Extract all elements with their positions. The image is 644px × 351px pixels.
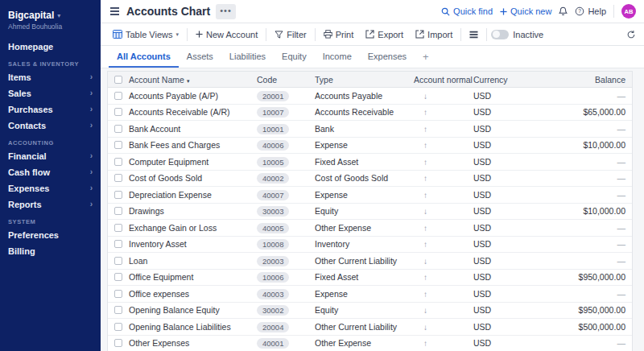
table-views-button[interactable]: Table Views ▾ [109, 27, 183, 42]
sidebar-toggle-hamburger-icon[interactable] [109, 6, 121, 17]
tab-equity[interactable]: Equity [274, 46, 315, 68]
currency-cell: USD [473, 223, 532, 233]
account-code-cell: 30003 [257, 206, 315, 216]
debit-arrow-icon: ↑ [423, 108, 427, 117]
sidebar-item-expenses[interactable]: Expenses› [0, 180, 101, 196]
table-row[interactable]: Accounts Payable (A/P)20001Accounts Paya… [108, 88, 632, 105]
table-row[interactable]: Bank Account10001Bank↑USD— [108, 121, 632, 138]
account-code-badge: 10008 [257, 239, 289, 250]
sidebar-item-cash-flow[interactable]: Cash flow› [0, 164, 101, 180]
balance-cell: — [532, 239, 632, 249]
print-button[interactable]: Print [320, 27, 358, 42]
export-button[interactable]: Export [361, 27, 407, 42]
table-row[interactable]: Opening Balance Liabilities20004Other Cu… [108, 319, 632, 336]
help-button[interactable]: ? Help [575, 6, 606, 16]
account-code-cell: 40001 [257, 338, 315, 348]
table-row[interactable]: Office expenses40003Expense↑USD— [108, 286, 632, 303]
tab-income[interactable]: Income [315, 46, 360, 68]
row-checkbox[interactable] [114, 323, 122, 331]
select-all-checkbox[interactable] [114, 76, 122, 84]
account-name-cell: Depreciation Expense [129, 190, 257, 200]
table-row[interactable]: Bank Fees and Charges40006Expense↑USD$10… [108, 138, 632, 155]
sidebar-item-financial[interactable]: Financial› [0, 148, 101, 164]
sidebar-item-preferences[interactable]: Preferences [0, 227, 101, 243]
column-header-code[interactable]: Code [257, 75, 315, 85]
tab-expenses[interactable]: Expenses [360, 46, 415, 68]
import-button[interactable]: Import [411, 27, 456, 42]
table-row[interactable]: Loan20003Other Current Liability↓USD— [108, 253, 632, 270]
notifications-button[interactable] [559, 6, 568, 16]
row-checkbox[interactable] [114, 290, 122, 298]
sidebar-item-label: Sales [8, 89, 31, 98]
inactive-toggle[interactable] [491, 30, 509, 39]
account-type-cell: Expense [315, 289, 414, 299]
header-actions: Quick find Quick new ? [441, 4, 636, 19]
account-type-cell: Other Expense [315, 338, 414, 348]
balance-cell: — [532, 223, 632, 233]
column-header-currency[interactable]: Currency [473, 75, 532, 85]
row-checkbox[interactable] [114, 273, 122, 281]
column-header-balance[interactable]: Balance [532, 75, 632, 85]
sidebar-item-contacts[interactable]: Contacts› [0, 118, 101, 134]
plus-icon [196, 31, 203, 38]
row-checkbox-cell [108, 207, 129, 215]
app-window: Bigcapital ▾ Ahmed Bouhuolia HomepageSAL… [0, 0, 644, 351]
new-account-button[interactable]: New Account [192, 27, 262, 42]
account-code-cell: 20001 [257, 91, 315, 101]
account-code-cell: 40003 [257, 289, 315, 299]
row-checkbox[interactable] [114, 92, 122, 100]
filter-button[interactable]: Filter [270, 27, 310, 42]
row-density-button[interactable] [465, 28, 482, 41]
column-header-account-normal[interactable]: Account normal [414, 75, 473, 85]
table-row[interactable]: Exchange Gain or Loss40005Other Expense↑… [108, 220, 632, 237]
table-row[interactable]: Depreciation Expense40007Expense↑USD— [108, 187, 632, 204]
sidebar-item-purchases[interactable]: Purchases› [0, 101, 101, 118]
sidebar-item-reports[interactable]: Reports› [0, 196, 101, 213]
table-row[interactable]: Computer Equipment10005Fixed Asset↑USD— [108, 154, 632, 171]
page-title: Accounts Chart [126, 5, 210, 18]
row-checkbox-cell [108, 92, 129, 100]
column-header-type[interactable]: Type [315, 75, 414, 85]
plus-icon [500, 8, 507, 15]
account-code-cell: 20004 [257, 322, 315, 332]
quick-new-button[interactable]: Quick new [500, 6, 551, 16]
top-header: Accounts Chart ••• Quick find Quick new [101, 0, 644, 23]
sidebar-item-billing[interactable]: Billing [0, 243, 101, 259]
table-row[interactable]: Inventory Asset10008Inventory↑USD— [108, 237, 632, 254]
row-checkbox[interactable] [114, 257, 122, 265]
row-checkbox[interactable] [114, 306, 122, 314]
tab-liabilities[interactable]: Liabilities [221, 46, 274, 68]
table-row[interactable]: Cost of Goods Sold40002Cost of Goods Sol… [108, 171, 632, 188]
row-checkbox[interactable] [114, 191, 122, 199]
table-header-row: Account Name▾ Code Type Account normal C… [108, 72, 632, 88]
tab-all-accounts[interactable]: All Accounts [109, 46, 179, 68]
table-row[interactable]: Office Equipment10006Fixed Asset↑USD$950… [108, 270, 632, 287]
user-avatar[interactable]: AB [621, 4, 636, 19]
row-checkbox[interactable] [114, 207, 122, 215]
chevron-right-icon: › [90, 152, 93, 160]
tab-assets[interactable]: Assets [179, 46, 221, 68]
table-row[interactable]: Opening Balance Equity30002Equity↓USD$95… [108, 303, 632, 320]
add-tab-button[interactable]: + [416, 46, 436, 68]
row-checkbox[interactable] [114, 224, 122, 232]
row-checkbox[interactable] [114, 174, 122, 182]
row-checkbox[interactable] [114, 240, 122, 248]
brand-menu[interactable]: Bigcapital ▾ [0, 8, 101, 22]
row-checkbox[interactable] [114, 158, 122, 166]
account-code-cell: 40005 [257, 223, 315, 233]
more-options-button[interactable]: ••• [216, 4, 236, 19]
sidebar-item-homepage[interactable]: Homepage [0, 39, 101, 55]
sidebar-item-sales[interactable]: Sales› [0, 85, 101, 101]
table-row[interactable]: Other Expenses40001Other Expense↑USD— [108, 336, 632, 351]
account-type-cell: Other Expense [315, 223, 414, 233]
row-checkbox[interactable] [114, 108, 122, 116]
table-row[interactable]: Drawings30003Equity↓USD$10,000.00 [108, 204, 632, 221]
row-checkbox[interactable] [114, 339, 122, 347]
column-header-account-name[interactable]: Account Name▾ [129, 75, 257, 85]
sidebar-item-items[interactable]: Items› [0, 69, 101, 85]
table-row[interactable]: Accounts Receivable (A/R)10007Accounts R… [108, 105, 632, 122]
row-checkbox[interactable] [114, 125, 122, 133]
row-checkbox[interactable] [114, 141, 122, 149]
refresh-button[interactable] [626, 30, 636, 39]
quick-find-button[interactable]: Quick find [441, 6, 493, 16]
